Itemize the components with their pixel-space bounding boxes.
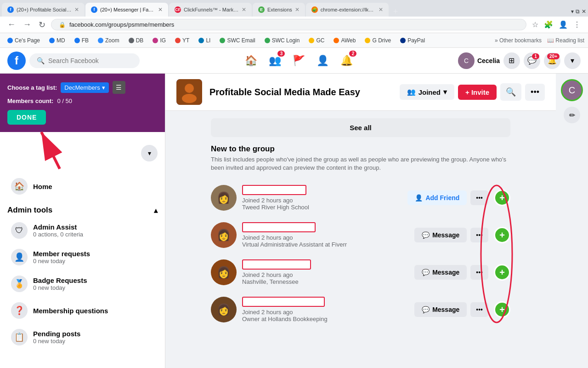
profile-button[interactable]: 👤 [557,18,570,31]
admin-tools-chevron[interactable]: ▴ [154,206,158,215]
bookmark-li[interactable]: LI [195,35,214,46]
people-nav-button[interactable]: 👥 3 [264,50,286,72]
tab-close-1[interactable]: ✕ [74,6,79,13]
bookmark-icon-14 [400,38,406,43]
tab-close-2[interactable]: ✕ [158,6,163,13]
tag-popup-toggle[interactable]: ☰ [113,81,125,94]
tab-label-1: (20+) Profitable Social M... [17,7,72,12]
tab-close-4[interactable]: ✕ [295,6,300,13]
plus-button-3[interactable]: + [494,264,510,281]
joined-people-icon: 👥 [407,88,416,96]
bookmark-md[interactable]: MD [45,35,69,46]
tab-menu-button[interactable]: ▾ [571,8,574,15]
more-menu-button[interactable]: ⋮ [571,18,582,31]
restore-button[interactable]: ⧉ [576,8,580,15]
search-input[interactable] [48,57,132,64]
sidebar-item-badge-requests[interactable]: 🏅 Badge Requests 0 new today [4,271,161,297]
member-row: 👩 Joined 2 hours ago Nashville, Tennesse… [211,254,510,291]
member-joined-3: Joined 2 hours ago [242,271,409,278]
see-all-bar[interactable]: See all [211,118,510,137]
admin-tools-label: Admin tools [7,206,52,215]
right-user-avatar[interactable]: C [561,79,583,101]
more-button-4[interactable]: ••• [470,302,488,317]
search-group-button[interactable]: 🔍 [500,83,521,101]
chevron-down-button[interactable]: ▾ [564,52,581,69]
right-sidebar: C ✏ [556,74,588,368]
message-button-4[interactable]: 💬 Message [414,302,467,317]
reload-button[interactable]: ↻ [37,18,47,32]
message-button-2[interactable]: 💬 Message [414,228,467,242]
home-title: Home [33,183,154,190]
sidebar-item-admin-assist[interactable]: 🛡 Admin Assist 0 actions, 0 criteria [4,218,161,243]
watch-nav-button[interactable]: 🚩 [288,50,310,72]
pending-posts-icon: 📋 [11,329,28,345]
plus-button-4[interactable]: + [494,301,510,318]
tab-close-3[interactable]: ✕ [242,6,246,13]
alerts-button[interactable]: 🔔 20+ [544,52,560,69]
bookmark-fb[interactable]: FB [71,35,92,46]
admin-assist-text: Admin Assist 0 actions, 0 criteria [33,223,154,238]
search-bar[interactable]: 🔍 [29,53,140,68]
extension-button[interactable]: 🧩 [542,18,555,31]
tag-dropdown[interactable]: DecMembers ▾ [61,82,108,93]
bookmark-label-10: SWC Login [272,37,300,44]
new-tab-button[interactable]: + [390,7,402,17]
close-window-button[interactable]: ✕ [582,8,586,15]
add-friend-label-1: Add Friend [425,194,459,201]
tag-popup-row: Choose a tag list: DecMembers ▾ ☰ [7,81,158,94]
tab-close-5[interactable]: ✕ [379,6,383,13]
add-friend-button-1[interactable]: 👤 Add Friend [407,190,467,205]
messenger-button[interactable]: 💬 1 [524,52,540,69]
bookmark-gc[interactable]: GC [305,35,328,46]
browser-tab-5[interactable]: 🧩 chrome-extension://lkof... ✕ [306,3,389,17]
url-bar[interactable]: 🔒 facebook.com/groups/psmme/members [51,19,526,30]
apps-button[interactable]: ⊞ [503,52,520,69]
sidebar-collapse-button[interactable]: ▾ [141,145,158,161]
more-button-1[interactable]: ••• [470,190,488,205]
joined-button[interactable]: 👥 Joined ▾ [400,84,454,100]
bookmark-ig[interactable]: IG [149,35,170,46]
forward-button[interactable]: → [21,18,33,31]
browser-tab-1[interactable]: f (20+) Profitable Social M... ✕ [2,3,85,17]
bookmark-icon-13 [365,38,370,43]
edit-button[interactable]: ✏ [564,107,580,123]
bookmark-label-6: IG [160,37,166,44]
sidebar-item-member-requests[interactable]: 👤 Member requests 0 new today [4,244,161,270]
bookmark-aweb[interactable]: AWeb [330,35,359,46]
bookmark-paypal[interactable]: PayPal [396,35,429,46]
invite-button[interactable]: + Invite [458,85,497,100]
back-button[interactable]: ← [6,18,17,31]
plus-button-1[interactable]: + [494,190,510,206]
bookmark-ces-page[interactable]: Ce's Page [4,35,44,46]
bookmark-zoom[interactable]: Zoom [94,35,123,46]
bookmark-db[interactable]: DB [125,35,147,46]
browser-tab-2[interactable]: f (20+) Messenger | Facebo... ✕ [85,3,168,17]
bookmark-yt[interactable]: YT [171,35,193,46]
more-group-button[interactable]: ••• [525,84,545,101]
facebook-logo[interactable]: f [7,52,26,70]
bookmark-icon-10 [265,38,270,43]
bookmark-swc-email[interactable]: SWC Email [216,35,259,46]
sidebar-item-membership-questions[interactable]: ❓ Membership questions [4,298,161,323]
bookmark-icon-1 [7,38,13,43]
member-actions-2: 💬 Message ••• [414,228,488,242]
browser-tab-4[interactable]: E Extensions ✕ [253,3,305,17]
message-button-3[interactable]: 💬 Message [414,265,467,280]
plus-button-2[interactable]: + [494,227,510,243]
bookmarks-more[interactable]: » Other bookmarks [495,37,542,44]
bookmark-label-13: G Drive [372,37,391,44]
browser-tab-3[interactable]: CF ClickFunnels™ - Marketin... ✕ [169,3,252,17]
notifications-nav-button[interactable]: 🔔 2 [335,50,357,72]
more-button-2[interactable]: ••• [470,228,488,242]
bookmark-swc-login[interactable]: SWC Login [261,35,304,46]
more-button-3[interactable]: ••• [470,265,488,280]
sidebar-item-pending-posts[interactable]: 📋 Pending posts 0 new today [4,324,161,350]
reading-list[interactable]: 📖 Reading list [547,37,584,44]
bookmark-button[interactable]: ☆ [530,18,540,31]
bookmark-icon-3 [74,38,80,43]
bookmarks-bar: Ce's Page MD FB Zoom DB IG YT LI SWC Ema… [0,33,588,48]
home-nav-button[interactable]: 🏠 [240,50,262,72]
user-profile-button[interactable]: C Cecelia [458,52,500,69]
bookmark-gdrive[interactable]: G Drive [361,35,395,46]
groups-nav-button[interactable]: 👤 [311,50,334,72]
